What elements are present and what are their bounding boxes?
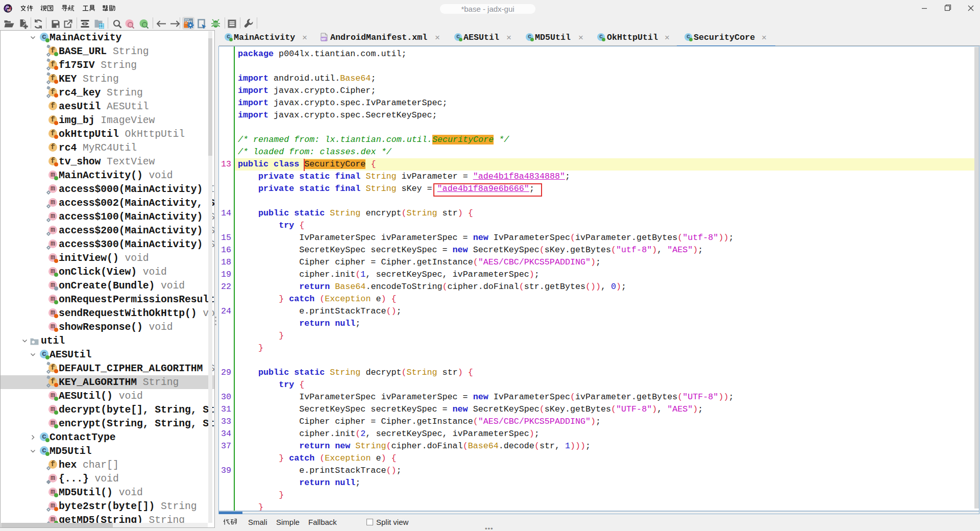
svg-text:MF: MF (322, 37, 326, 41)
svg-text:DX: DX (7, 9, 11, 12)
